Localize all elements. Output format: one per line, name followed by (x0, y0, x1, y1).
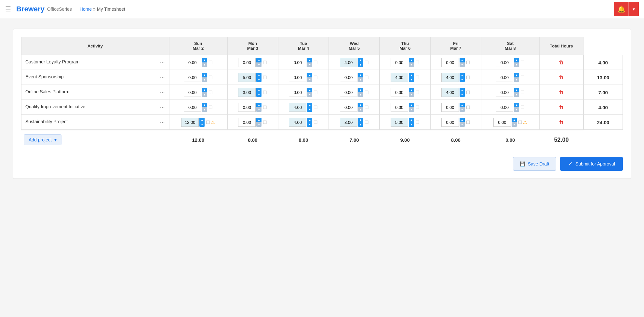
user-dropdown-button[interactable]: ▾ (628, 2, 639, 16)
note-icon[interactable]: ☐ (520, 105, 525, 110)
spin-down-button[interactable]: ▼ (199, 122, 205, 127)
spin-up-button[interactable]: ▲ (202, 73, 207, 77)
note-icon[interactable]: ☐ (466, 120, 470, 125)
spin-down-button[interactable]: ▼ (512, 122, 517, 127)
hours-input[interactable] (340, 58, 357, 67)
note-icon[interactable]: ☐ (518, 120, 522, 125)
spin-down-button[interactable]: ▼ (409, 77, 414, 82)
row-options-button[interactable]: ··· (160, 104, 165, 111)
spin-down-button[interactable]: ▼ (202, 77, 207, 82)
hours-input[interactable] (238, 118, 256, 127)
note-icon[interactable]: ☐ (365, 120, 369, 125)
delete-row-button[interactable]: 🗑 (559, 59, 564, 65)
spin-down-button[interactable]: ▼ (358, 92, 363, 97)
note-icon[interactable]: ☐ (314, 60, 318, 65)
hours-input[interactable] (238, 73, 256, 82)
spin-up-button[interactable]: ▲ (460, 103, 465, 107)
spin-up-button[interactable]: ▲ (307, 88, 312, 92)
spin-up-button[interactable]: ▲ (409, 103, 414, 107)
hamburger-icon[interactable]: ☰ (5, 5, 11, 13)
spin-down-button[interactable]: ▼ (256, 77, 262, 82)
spin-down-button[interactable]: ▼ (307, 92, 312, 97)
hours-input[interactable] (441, 58, 459, 67)
hours-input[interactable] (289, 103, 306, 112)
spin-up-button[interactable]: ▲ (409, 58, 414, 62)
footer-add-project[interactable]: Add project ▾ (21, 130, 169, 149)
spin-down-button[interactable]: ▼ (460, 122, 465, 127)
note-icon[interactable]: ☐ (415, 120, 420, 125)
spin-up-button[interactable]: ▲ (307, 103, 312, 107)
hours-input[interactable] (441, 118, 459, 127)
hours-input[interactable] (184, 73, 201, 82)
hours-input[interactable] (496, 58, 513, 67)
note-icon[interactable]: ☐ (415, 90, 420, 95)
spin-up-button[interactable]: ▲ (512, 118, 517, 122)
spin-down-button[interactable]: ▼ (256, 107, 262, 112)
spin-up-button[interactable]: ▲ (199, 118, 205, 122)
spin-up-button[interactable]: ▲ (202, 103, 207, 107)
spin-up-button[interactable]: ▲ (460, 88, 465, 92)
note-icon[interactable]: ☐ (263, 75, 267, 80)
spin-down-button[interactable]: ▼ (358, 107, 363, 112)
spin-up-button[interactable]: ▲ (256, 58, 262, 62)
hours-input[interactable] (391, 88, 408, 97)
spin-up-button[interactable]: ▲ (256, 103, 262, 107)
spin-up-button[interactable]: ▲ (358, 73, 363, 77)
spin-up-button[interactable]: ▲ (460, 73, 465, 77)
hours-input[interactable] (289, 88, 306, 97)
spin-up-button[interactable]: ▲ (358, 58, 363, 62)
delete-row-button[interactable]: 🗑 (559, 104, 564, 110)
spin-down-button[interactable]: ▼ (202, 92, 207, 97)
spin-up-button[interactable]: ▲ (202, 88, 207, 92)
row-options-button[interactable]: ··· (160, 119, 165, 126)
spin-down-button[interactable]: ▼ (409, 122, 414, 127)
hours-input[interactable] (340, 118, 357, 127)
spin-down-button[interactable]: ▼ (514, 77, 519, 82)
spin-down-button[interactable]: ▼ (460, 62, 465, 67)
spin-up-button[interactable]: ▲ (358, 103, 363, 107)
note-icon[interactable]: ☐ (415, 75, 420, 80)
spin-up-button[interactable]: ▲ (514, 73, 519, 77)
hours-input[interactable] (496, 103, 513, 112)
row-options-button[interactable]: ··· (160, 89, 165, 96)
note-icon[interactable]: ☐ (263, 105, 267, 110)
spin-up-button[interactable]: ▲ (307, 73, 312, 77)
spin-down-button[interactable]: ▼ (307, 77, 312, 82)
spin-up-button[interactable]: ▲ (307, 58, 312, 62)
note-icon[interactable]: ☐ (520, 90, 525, 95)
spin-down-button[interactable]: ▼ (256, 122, 262, 127)
hours-input[interactable] (391, 58, 408, 67)
notification-button[interactable]: 🔔 (614, 2, 628, 16)
note-icon[interactable]: ☐ (466, 60, 470, 65)
note-icon[interactable]: ☐ (314, 75, 318, 80)
spin-up-button[interactable]: ▲ (358, 88, 363, 92)
spin-up-button[interactable]: ▲ (409, 73, 414, 77)
note-icon[interactable]: ☐ (314, 90, 318, 95)
note-icon[interactable]: ☐ (314, 105, 318, 110)
note-icon[interactable]: ☐ (208, 105, 213, 110)
hours-input[interactable] (238, 103, 256, 112)
spin-up-button[interactable]: ▲ (307, 118, 312, 122)
spin-down-button[interactable]: ▼ (358, 62, 363, 67)
spin-down-button[interactable]: ▼ (202, 107, 207, 112)
add-project-button[interactable]: Add project ▾ (24, 134, 61, 145)
hours-input[interactable] (441, 103, 459, 112)
spin-up-button[interactable]: ▲ (256, 118, 262, 122)
note-icon[interactable]: ☐ (208, 60, 213, 65)
hours-input[interactable] (441, 88, 459, 97)
hours-input[interactable] (496, 73, 513, 82)
hours-input[interactable] (391, 103, 408, 112)
spin-down-button[interactable]: ▼ (307, 62, 312, 67)
note-icon[interactable]: ☐ (263, 120, 267, 125)
breadcrumb-home[interactable]: Home (80, 7, 92, 12)
note-icon[interactable]: ☐ (365, 90, 369, 95)
delete-row-button[interactable]: 🗑 (559, 89, 564, 95)
spin-down-button[interactable]: ▼ (460, 107, 465, 112)
save-draft-button[interactable]: 💾 Save Draft (513, 157, 556, 171)
hours-input[interactable] (340, 73, 357, 82)
note-icon[interactable]: ☐ (520, 75, 525, 80)
submit-approval-button[interactable]: ✓ Submit for Approval (560, 157, 623, 171)
spin-down-button[interactable]: ▼ (307, 122, 312, 127)
spin-up-button[interactable]: ▲ (514, 58, 519, 62)
hours-input[interactable] (184, 88, 201, 97)
